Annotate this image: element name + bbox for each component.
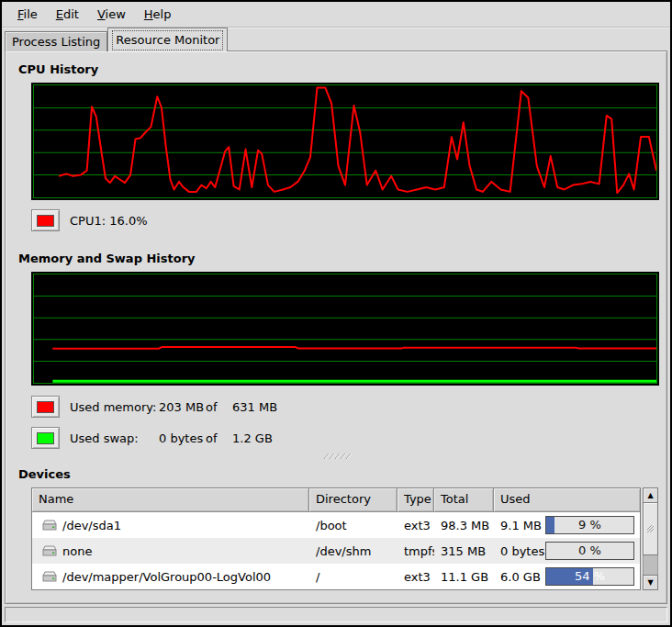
- scroll-up-button[interactable]: ▲: [643, 487, 658, 503]
- disk-icon: [42, 545, 57, 557]
- device-used: 9.1 MB: [500, 519, 542, 532]
- device-name: /dev/sda1: [62, 519, 121, 532]
- table-row[interactable]: /dev/sda1 /boot ext3 98.3 MB 9.1 MB 9 %: [32, 512, 640, 538]
- device-used-cell: 9.1 MB 9 %: [494, 516, 640, 534]
- used-memory-value: 203 MB: [159, 400, 206, 414]
- cpu1-color-button[interactable]: [31, 209, 60, 231]
- device-directory: /: [309, 570, 398, 584]
- menu-view[interactable]: View: [88, 4, 135, 25]
- used-memory-of: of: [206, 400, 232, 414]
- device-name-cell: /dev/mapper/VolGroup00-LogVol00: [32, 570, 309, 584]
- device-used: 0 bytes: [500, 544, 544, 558]
- used-memory-color-swatch: [37, 401, 54, 413]
- device-type: ext3: [398, 519, 434, 532]
- devices-table: Name Directory Type Total Used /dev/sda1…: [31, 487, 641, 590]
- used-swap-total: 1.2 GB: [232, 431, 273, 445]
- used-memory-label: Used memory:: [70, 400, 159, 414]
- used-memory-color-button[interactable]: [31, 396, 60, 418]
- memory-plot-area: [33, 274, 657, 384]
- used-swap-color-swatch: [37, 432, 54, 444]
- arrow-down-icon: ▼: [647, 579, 653, 587]
- used-swap-value: 0 bytes: [159, 431, 206, 445]
- devices-table-body: /dev/sda1 /boot ext3 98.3 MB 9.1 MB 9 %: [32, 512, 640, 589]
- cpu-history-chart: [34, 85, 656, 197]
- device-name: none: [62, 544, 92, 558]
- cpu-legend: CPU1: 16.0%: [31, 209, 659, 231]
- device-used-cell: 0 bytes 0 %: [494, 542, 640, 560]
- device-total: 315 MB: [434, 544, 494, 558]
- menu-edit[interactable]: Edit: [47, 4, 88, 25]
- column-header-directory[interactable]: Directory: [309, 488, 398, 512]
- scrollbar-grip-icon: [646, 524, 655, 533]
- used-memory-total: 631 MB: [232, 400, 277, 414]
- used-swap-legend: Used swap: 0 bytes of 1.2 GB: [31, 427, 659, 449]
- menu-bar: File Edit View Help: [2, 2, 670, 28]
- device-type: tmpfs: [398, 544, 434, 558]
- cpu-plot-area: [33, 84, 657, 198]
- usage-percent-label: 0 %: [546, 543, 633, 557]
- cpu1-usage-label: CPU1: 16.0%: [70, 214, 148, 228]
- device-name-cell: /dev/sda1: [32, 519, 309, 532]
- device-total: 11.1 GB: [434, 570, 494, 584]
- device-type: ext3: [398, 570, 434, 584]
- usage-percent-label: 54 %: [546, 569, 633, 583]
- usage-progress-bar: 9 %: [545, 516, 634, 534]
- table-row[interactable]: none /dev/shm tmpfs 315 MB 0 bytes 0 %: [32, 538, 640, 564]
- resource-monitor-page: CPU History CPU1: 16.0% Memory and Swap …: [5, 50, 667, 604]
- column-header-name[interactable]: Name: [32, 488, 309, 512]
- device-used: 6.0 GB: [500, 570, 541, 584]
- scrollbar-track[interactable]: [643, 503, 658, 575]
- usage-progress-bar: 0 %: [545, 542, 634, 560]
- menu-help[interactable]: Help: [135, 4, 181, 25]
- devices-table-wrap: Name Directory Type Total Used /dev/sda1…: [31, 487, 659, 590]
- column-header-used[interactable]: Used: [494, 488, 640, 512]
- devices-title: Devices: [18, 467, 659, 482]
- used-swap-color-button[interactable]: [31, 427, 60, 449]
- device-name: /dev/mapper/VolGroup00-LogVol00: [62, 570, 271, 584]
- devices-table-header: Name Directory Type Total Used: [32, 488, 640, 512]
- column-header-type[interactable]: Type: [398, 488, 434, 512]
- devices-scrollbar: ▲ ▼: [643, 487, 658, 590]
- device-directory: /dev/shm: [309, 544, 398, 558]
- arrow-up-icon: ▲: [647, 492, 653, 499]
- device-total: 98.3 MB: [434, 519, 494, 532]
- tab-process-listing[interactable]: Process Listing: [5, 31, 107, 51]
- used-memory-legend: Used memory: 203 MB of 631 MB: [31, 396, 659, 418]
- pane-separator: [15, 453, 659, 460]
- tab-resource-monitor[interactable]: Resource Monitor: [107, 28, 228, 51]
- cpu1-color-swatch: [37, 215, 54, 227]
- usage-percent-label: 9 %: [546, 518, 633, 532]
- device-used-cell: 6.0 GB 54 %: [494, 567, 640, 586]
- disk-icon: [42, 520, 57, 532]
- table-row[interactable]: /dev/mapper/VolGroup00-LogVol00 / ext3 1…: [32, 564, 640, 589]
- cpu-history-title: CPU History: [18, 62, 659, 77]
- scrollbar-thumb[interactable]: [643, 502, 658, 555]
- used-swap-of: of: [206, 431, 232, 445]
- usage-progress-bar: 54 %: [545, 567, 634, 586]
- column-header-total[interactable]: Total: [434, 488, 494, 512]
- memory-swap-chart: [34, 274, 656, 383]
- status-bar: [5, 607, 667, 622]
- disk-icon: [42, 571, 57, 583]
- device-directory: /boot: [309, 519, 398, 532]
- used-swap-label: Used swap:: [70, 431, 159, 445]
- system-monitor-window: File Edit View Help Process Listing Reso…: [0, 0, 672, 627]
- cpu-history-graph: [31, 83, 659, 200]
- device-name-cell: none: [32, 544, 309, 558]
- tab-strip: Process Listing Resource Monitor: [2, 28, 670, 51]
- pane-grip-handle[interactable]: [319, 453, 354, 460]
- memory-swap-graph: [31, 272, 659, 386]
- memory-swap-title: Memory and Swap History: [18, 252, 659, 266]
- menu-file[interactable]: File: [8, 4, 47, 25]
- scroll-down-button[interactable]: ▼: [643, 575, 658, 590]
